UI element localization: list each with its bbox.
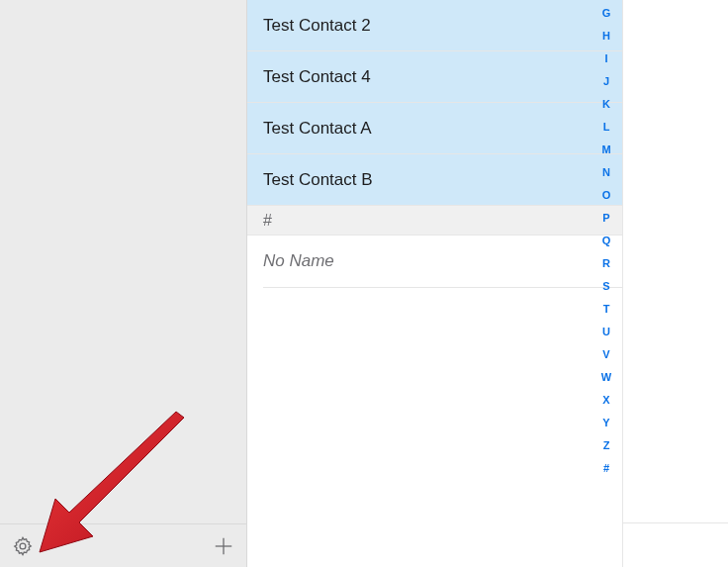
index-letter[interactable]: U	[602, 327, 610, 337]
divider	[623, 522, 728, 523]
index-letter[interactable]: Y	[602, 418, 609, 428]
index-letter[interactable]: M	[601, 144, 610, 155]
index-letter[interactable]: G	[602, 8, 611, 19]
gear-icon[interactable]	[12, 535, 34, 557]
contact-name: Test Contact B	[263, 170, 373, 190]
index-letter[interactable]: J	[603, 76, 609, 87]
index-letter[interactable]: Z	[603, 440, 610, 451]
index-letter[interactable]: O	[602, 190, 611, 201]
index-letter[interactable]: H	[602, 31, 610, 42]
contact-row[interactable]: Test Contact 2	[247, 0, 622, 51]
contact-list[interactable]: Test Contact 2 Test Contact 4 Test Conta…	[247, 0, 622, 288]
contact-name-placeholder: No Name	[263, 251, 334, 271]
index-letter[interactable]: N	[602, 167, 610, 178]
sidebar-toolbar	[0, 523, 246, 567]
index-letter[interactable]: X	[602, 395, 609, 406]
contacts-list-pane: Test Contact 2 Test Contact 4 Test Conta…	[247, 0, 623, 567]
groups-sidebar	[0, 0, 247, 567]
index-letter[interactable]: V	[602, 349, 609, 360]
contact-row[interactable]: No Name	[247, 236, 622, 287]
plus-icon[interactable]	[213, 535, 234, 557]
index-letter[interactable]: L	[603, 122, 610, 133]
index-letter[interactable]: T	[603, 304, 610, 315]
index-letter[interactable]: Q	[602, 236, 611, 246]
index-letter[interactable]: K	[602, 99, 610, 110]
section-header-label: #	[263, 212, 272, 230]
contact-name: Test Contact 2	[263, 16, 371, 36]
index-letter[interactable]: #	[603, 463, 609, 474]
index-letter[interactable]: S	[602, 281, 609, 292]
detail-pane	[623, 0, 728, 567]
contact-row[interactable]: Test Contact 4	[247, 51, 622, 103]
contact-row[interactable]: Test Contact A	[247, 103, 622, 154]
index-letter[interactable]: R	[602, 258, 610, 269]
index-letter[interactable]: P	[602, 213, 609, 224]
alpha-index-bar[interactable]: G H I J K L M N O P Q R S T U V W X Y Z	[596, 8, 616, 474]
index-letter[interactable]: I	[604, 53, 607, 64]
index-letter[interactable]: W	[601, 372, 611, 383]
contact-name: Test Contact 4	[263, 67, 371, 87]
svg-point-0	[20, 543, 26, 549]
contact-name: Test Contact A	[263, 119, 372, 139]
contact-row[interactable]: Test Contact B	[247, 154, 622, 206]
section-header-hash: #	[247, 206, 622, 236]
